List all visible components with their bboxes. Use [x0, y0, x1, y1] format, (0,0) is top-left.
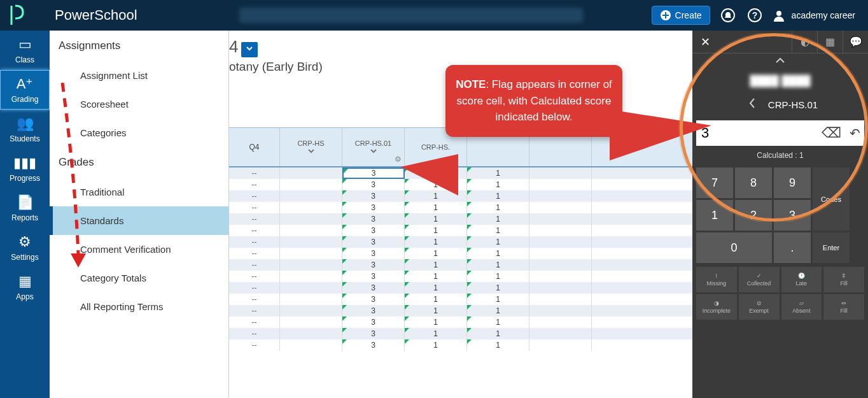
- grid-cell[interactable]: 1: [405, 271, 467, 282]
- grid-cell[interactable]: --: [229, 259, 280, 271]
- grid-cell[interactable]: [280, 328, 342, 339]
- grid-cell[interactable]: 3: [342, 316, 405, 328]
- nav-apps[interactable]: ▦ Apps: [0, 267, 50, 307]
- grid-cell[interactable]: 3: [342, 339, 405, 351]
- grid-cell[interactable]: 1: [405, 328, 467, 339]
- grid-cell[interactable]: [529, 179, 592, 190]
- grid-cell[interactable]: [280, 248, 342, 259]
- grid-cell[interactable]: 3: [342, 259, 405, 271]
- grid-cell[interactable]: [280, 305, 342, 316]
- grid-cell[interactable]: 1: [405, 339, 467, 351]
- grid-cell[interactable]: [280, 282, 342, 294]
- sidebar-item-category-totals[interactable]: Category Totals: [50, 264, 228, 292]
- grid-cell[interactable]: [280, 190, 342, 202]
- grid-cell[interactable]: 1: [467, 282, 529, 294]
- grid-cell[interactable]: --: [229, 167, 280, 179]
- backspace-icon[interactable]: ⌫: [822, 125, 841, 141]
- key-2[interactable]: 2: [735, 200, 772, 231]
- key-dot[interactable]: .: [774, 232, 811, 263]
- grid-cell[interactable]: [529, 202, 592, 213]
- grid-cell[interactable]: [280, 236, 342, 248]
- nav-class[interactable]: ▭ Class: [0, 31, 50, 70]
- grid-cell[interactable]: [280, 167, 342, 179]
- help-icon[interactable]: ?: [746, 6, 764, 24]
- grid-cell[interactable]: 3: [342, 328, 405, 339]
- flag-fill-right[interactable]: ⇔Fill: [823, 294, 864, 320]
- flag-collected[interactable]: ✓Collected: [739, 267, 780, 292]
- undo-icon[interactable]: ↶: [850, 125, 860, 141]
- grid-header-crphs01[interactable]: CRP-HS.01 ⚙: [342, 128, 405, 166]
- grid-cell[interactable]: 1: [405, 316, 467, 328]
- grid-cell[interactable]: --: [229, 305, 280, 316]
- grid-cell[interactable]: 1: [467, 271, 529, 282]
- grid-cell[interactable]: 3: [342, 236, 405, 248]
- grid-cell[interactable]: [280, 179, 342, 190]
- grid-cell[interactable]: 1: [405, 282, 467, 294]
- sidebar-item-categories[interactable]: Categories: [50, 118, 228, 147]
- nav-progress[interactable]: ▮▮▮ Progress: [0, 149, 50, 188]
- grid-cell[interactable]: 1: [467, 179, 529, 190]
- nav-settings[interactable]: ⚙ Settings: [0, 228, 50, 267]
- create-button[interactable]: Create: [652, 6, 710, 25]
- flag-fill-down[interactable]: ⇕Fill: [823, 267, 864, 292]
- grid-cell[interactable]: [280, 213, 342, 225]
- grid-cell[interactable]: [529, 271, 592, 282]
- grid-cell[interactable]: 3: [342, 271, 405, 282]
- grid-header-crphs[interactable]: CRP-HS: [280, 128, 342, 166]
- nav-students[interactable]: 👥 Students: [0, 110, 50, 149]
- inspector-close-button[interactable]: ✕: [692, 35, 718, 49]
- grid-cell[interactable]: 1: [467, 202, 529, 213]
- grid-cell[interactable]: --: [229, 248, 280, 259]
- nav-reports[interactable]: 📄 Reports: [0, 188, 50, 228]
- grid-cell[interactable]: 3: [342, 202, 405, 213]
- grid-cell[interactable]: [280, 259, 342, 271]
- grid-cell[interactable]: [529, 259, 592, 271]
- sidebar-item-traditional[interactable]: Traditional: [50, 178, 228, 206]
- user-menu[interactable]: academy career: [773, 9, 855, 22]
- grid-cell[interactable]: --: [229, 294, 280, 305]
- grid-cell[interactable]: --: [229, 213, 280, 225]
- key-0[interactable]: 0: [696, 232, 772, 263]
- grid-cell[interactable]: [280, 271, 342, 282]
- grid-cell[interactable]: --: [229, 225, 280, 236]
- inspector-score-input[interactable]: 3 ⌫ ↶: [696, 120, 864, 146]
- flag-late[interactable]: 🕐Late: [781, 267, 822, 292]
- grid-cell[interactable]: 3: [342, 167, 405, 179]
- grid-cell[interactable]: 1: [467, 190, 529, 202]
- grid-cell[interactable]: [529, 316, 592, 328]
- grid-cell[interactable]: 1: [405, 236, 467, 248]
- grid-cell[interactable]: [529, 339, 592, 351]
- grid-cell[interactable]: [529, 305, 592, 316]
- grid-cell[interactable]: [529, 294, 592, 305]
- key-8[interactable]: 8: [735, 167, 772, 198]
- grid-cell[interactable]: 1: [405, 225, 467, 236]
- grid-cell[interactable]: 1: [467, 294, 529, 305]
- grid-cell[interactable]: 1: [467, 328, 529, 339]
- grid-cell[interactable]: 1: [467, 305, 529, 316]
- grid-cell[interactable]: 3: [342, 248, 405, 259]
- grid-cell[interactable]: 1: [467, 248, 529, 259]
- grid-cell[interactable]: [529, 248, 592, 259]
- grid-cell[interactable]: --: [229, 282, 280, 294]
- grid-cell[interactable]: 3: [342, 305, 405, 316]
- grid-cell[interactable]: 1: [467, 167, 529, 179]
- grid-cell[interactable]: --: [229, 271, 280, 282]
- grid-cell[interactable]: [529, 225, 592, 236]
- inspector-tab-assignments[interactable]: ▦: [817, 31, 843, 53]
- grid-cell[interactable]: --: [229, 339, 280, 351]
- grid-cell[interactable]: 1: [405, 248, 467, 259]
- grid-cell[interactable]: [529, 236, 592, 248]
- grid-cell[interactable]: 1: [467, 316, 529, 328]
- alerts-icon[interactable]: [719, 6, 737, 24]
- flag-absent[interactable]: ▱Absent: [781, 294, 822, 320]
- key-enter[interactable]: Enter: [813, 232, 850, 263]
- grid-cell[interactable]: 3: [342, 179, 405, 190]
- key-7[interactable]: 7: [696, 167, 733, 198]
- inspector-prev-button[interactable]: [743, 97, 762, 113]
- sidebar-item-scoresheet[interactable]: Scoresheet: [50, 90, 228, 118]
- grid-cell[interactable]: --: [229, 202, 280, 213]
- grid-cell[interactable]: [529, 167, 592, 179]
- grid-cell[interactable]: [280, 294, 342, 305]
- sidebar-item-standards[interactable]: Standards: [50, 206, 228, 235]
- sidebar-item-assignment-list[interactable]: Assignment List: [50, 61, 228, 90]
